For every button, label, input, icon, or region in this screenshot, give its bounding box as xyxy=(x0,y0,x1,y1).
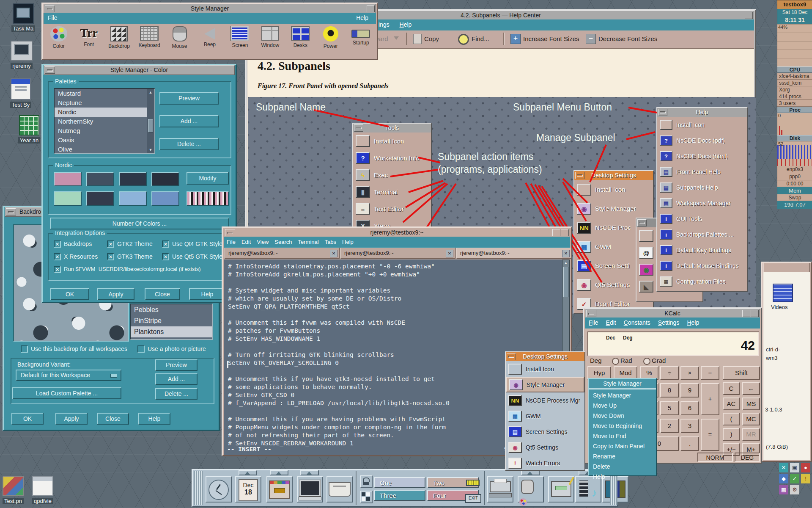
subpanel-tab-date[interactable] xyxy=(239,470,257,475)
desktop-icon-test-sy[interactable]: Test Sy xyxy=(0,78,44,108)
subpanel-action-item[interactable]: ◉ Style Manager xyxy=(506,377,584,392)
grad-radio[interactable] xyxy=(643,358,650,365)
nine-button[interactable]: 9 xyxy=(680,383,699,398)
tab-close-icon[interactable]: ✕ xyxy=(562,250,570,257)
palette-list-item[interactable]: NorthernSky xyxy=(55,117,154,126)
load-custom-palette-button[interactable]: Load Custom Palette ... xyxy=(12,387,121,399)
ac-button[interactable]: AC xyxy=(723,398,740,410)
style-item-font[interactable]: Trr Font xyxy=(74,24,104,58)
subpanel-menu-button[interactable] xyxy=(507,353,516,360)
maximize-button[interactable] xyxy=(561,229,569,236)
dot-button[interactable]: . xyxy=(680,436,699,451)
gkrellm-uptime[interactable]: 19d 7:07 xyxy=(777,201,812,209)
rad-radio[interactable] xyxy=(612,358,619,365)
file-label-1a[interactable]: ctrl-d- xyxy=(766,346,780,353)
xresources-checkbox[interactable] xyxy=(54,253,61,260)
gkrellm-time[interactable]: 8:11 31 xyxy=(777,16,812,24)
angle-mode-grad[interactable]: Grad xyxy=(652,357,666,364)
subpanel-action-item[interactable]: ◉ Qt5 Settings xyxy=(506,439,584,455)
videos-label[interactable]: Videos xyxy=(771,304,788,310)
style-item-window[interactable]: Window xyxy=(255,24,285,58)
backspace-button[interactable]: ← xyxy=(742,382,760,395)
close-button[interactable]: Close xyxy=(97,413,129,425)
scroll-thumb[interactable] xyxy=(563,267,568,297)
swatch-striped[interactable] xyxy=(187,191,229,206)
increase-font-icon[interactable]: + xyxy=(510,34,521,44)
terminal-tab-1[interactable]: rjeremy@testbox9:~✕ xyxy=(225,248,340,259)
workspace-one-button[interactable]: One xyxy=(374,477,425,488)
terminal-titlebar[interactable]: rjeremy@testbox9:~ xyxy=(224,228,570,237)
delete-button[interactable]: Delete ... xyxy=(155,388,198,400)
forward-dropdown-icon[interactable] xyxy=(394,36,399,40)
file-manager-titlebar[interactable] xyxy=(763,263,810,273)
printer-button[interactable] xyxy=(487,476,513,502)
angle-mode-rad[interactable]: Rad xyxy=(620,357,632,364)
style-item-startup[interactable]: Startup xyxy=(346,24,376,58)
context-menu-item[interactable]: Move Up xyxy=(589,400,656,411)
six-button[interactable]: 6 xyxy=(680,401,699,415)
file-label-1b[interactable]: wm3 xyxy=(766,355,777,361)
tray-icon-4[interactable]: ◆ xyxy=(779,474,788,483)
tray-icon-1[interactable]: ✕ xyxy=(779,463,788,472)
lparen-button[interactable]: ( xyxy=(723,413,740,425)
desktop-icon-rjeremy[interactable]: rjeremy xyxy=(0,41,45,69)
minus-button[interactable]: − xyxy=(701,366,719,380)
palette-list[interactable]: MustardNeptuneNordicNorthernSkyNutmegOas… xyxy=(54,88,155,154)
clock-button[interactable] xyxy=(206,476,232,502)
workspace-three-button[interactable]: Three xyxy=(374,490,425,501)
terminal-menu-item[interactable]: View xyxy=(254,237,272,245)
gtk2-checkbox[interactable] xyxy=(107,240,114,248)
gkrellm-cpu-label[interactable]: CPU xyxy=(777,66,812,73)
window-menu-button[interactable] xyxy=(225,229,235,236)
file-manager-button[interactable] xyxy=(266,476,293,502)
backdrop-list[interactable]: PebblesPinStripePlanktons xyxy=(130,304,213,340)
gkrellm-hostname[interactable]: testbox9 xyxy=(777,0,812,9)
palette-list-item[interactable]: Oasis xyxy=(55,135,154,145)
divide-button[interactable]: ÷ xyxy=(660,366,679,380)
subpanel-action-item[interactable]: ▦ GWM xyxy=(506,408,584,424)
mc-button[interactable]: MC xyxy=(742,413,760,425)
palette-list-item[interactable]: Neptune xyxy=(55,98,154,108)
color-titlebar[interactable]: Style Manager - Color xyxy=(44,65,235,75)
tab-close-icon[interactable]: ✕ xyxy=(330,250,337,257)
context-menu-item[interactable]: Rename xyxy=(589,451,656,461)
file-label-3[interactable]: (7.8 GiB) xyxy=(766,444,788,450)
plus-button[interactable]: + xyxy=(701,383,719,415)
desktop-icon-task-manager[interactable]: Task Ma xyxy=(0,3,47,32)
swatch-1[interactable] xyxy=(54,172,82,186)
gkrellm-net2[interactable]: ppp0 xyxy=(777,173,812,180)
backdrop-list-item[interactable]: Pebbles xyxy=(131,304,212,315)
subpanel-tab-files[interactable] xyxy=(270,470,288,475)
gkrellm-proc-chart[interactable]: 0 xyxy=(777,113,812,135)
window-menu-button[interactable] xyxy=(45,5,55,12)
videos-folder-icon[interactable] xyxy=(773,284,793,302)
equals-button[interactable]: = xyxy=(701,419,719,451)
modify-button[interactable]: Modify xyxy=(187,172,229,185)
context-menu-item[interactable]: Style Manager xyxy=(589,390,656,400)
increase-font-button[interactable]: Increase Font Sizes xyxy=(523,35,579,42)
subpanel-action-item[interactable]: ! Watch Errors xyxy=(506,455,584,471)
backdrop-list-item[interactable]: Planktons xyxy=(131,326,212,337)
tray-icon-2[interactable]: ▣ xyxy=(790,463,799,472)
style-item-mouse[interactable]: Mouse xyxy=(165,24,195,58)
scroll-down-icon[interactable]: ▼ xyxy=(148,148,153,152)
terminal-menu-item[interactable]: Search xyxy=(272,237,295,245)
menu-help[interactable]: Help xyxy=(352,13,373,21)
menu-file[interactable]: File xyxy=(44,13,62,21)
style-item-color[interactable]: Color xyxy=(44,24,74,58)
gtk3-checkbox[interactable] xyxy=(107,253,114,260)
swatch-6[interactable] xyxy=(86,191,114,206)
window-menu-button[interactable] xyxy=(6,208,16,215)
swatch-8[interactable] xyxy=(151,191,179,206)
terminal-tab-2[interactable]: rjeremy@testbox9:~✕ xyxy=(340,248,455,259)
palette-list-item[interactable]: Olive xyxy=(55,145,154,154)
desktop-icon-qpdfvie[interactable]: qpdfvie xyxy=(24,476,62,505)
style-item-beep[interactable]: Beep xyxy=(195,24,225,58)
swatch-4[interactable] xyxy=(151,172,179,186)
copy-icon[interactable] xyxy=(413,34,422,44)
number-of-colors-button[interactable]: Number Of Colors ... xyxy=(50,218,229,229)
terminal-button[interactable] xyxy=(297,476,323,502)
all-workspaces-checkbox[interactable] xyxy=(21,345,28,353)
window-menu-button[interactable] xyxy=(45,66,55,74)
gkrellm-disk-label[interactable]: Disk xyxy=(777,135,812,141)
